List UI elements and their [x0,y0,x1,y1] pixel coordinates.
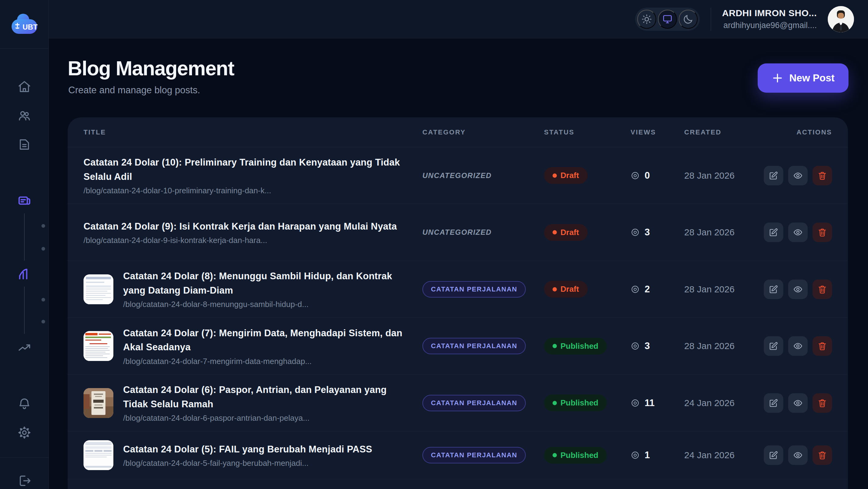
col-status: STATUS [544,128,630,136]
sun-icon [641,14,652,25]
views-count: 3 [645,340,650,352]
logout-icon [18,474,31,488]
delete-button[interactable] [812,393,832,413]
theme-system-button[interactable] [658,10,677,29]
status-dot [553,453,557,457]
delete-button[interactable] [812,446,832,465]
created-date: 28 Jan 2026 [684,171,764,181]
user-name: ARDHI IMRON SHO... [722,7,817,19]
trash-icon [817,227,827,237]
post-slug: /blog/catatan-24-dolar-7-mengirim-data-m… [123,357,410,366]
sidebar-item-settings[interactable] [14,423,34,442]
created-date: 24 Jan 2026 [684,450,764,460]
views-count: 3 [645,227,650,238]
queue-ticket-thumbnail [84,388,113,418]
table-row: Catatan 24 Dolar (9): Isi Kontrak Kerja … [68,204,848,261]
eye-icon [793,341,803,351]
status-badge: Draft [544,281,588,298]
edit-button[interactable] [764,166,783,185]
col-created: CREATED [684,128,764,136]
edit-button[interactable] [764,280,783,299]
post-thumbnail [84,274,113,304]
article-page-thumbnail [84,331,113,361]
edit-button[interactable] [764,393,783,413]
views-cell: 0 [630,170,684,181]
col-views: VIEWS [630,128,684,136]
status-badge: Draft [544,167,588,184]
delete-button[interactable] [812,280,832,299]
created-date: 24 Jan 2026 [684,398,764,408]
view-button[interactable] [788,166,808,185]
sidebar-item-blog[interactable] [14,191,34,210]
nav-tree-dot [41,224,45,228]
post-thumbnail [84,388,113,418]
moon-icon [683,14,694,25]
sidebar-item-home[interactable] [14,77,34,97]
post-title: Catatan 24 Dolar (10): Preliminary Train… [84,155,410,184]
table-header: TITLE CATEGORY STATUS VIEWS CREATED ACTI… [68,117,848,147]
sidebar-item-logout[interactable] [14,471,34,489]
eye-icon [630,285,640,294]
app-logo[interactable]: UBT [0,0,49,49]
sidebar-item-users[interactable] [14,106,34,126]
post-title: Catatan 24 Dolar (5): FAIL yang Berubah … [123,442,372,457]
post-slug: /blog/catatan-24-dolar-9-isi-kontrak-ker… [84,236,397,245]
trash-icon [817,450,827,460]
new-post-button[interactable]: New Post [758,63,848,93]
avatar-photo [828,6,854,32]
sidebar-item-documents[interactable] [14,135,34,154]
theme-dark-button[interactable] [679,10,698,29]
posts-table: TITLE CATEGORY STATUS VIEWS CREATED ACTI… [68,117,848,489]
edit-icon [769,341,778,351]
trash-icon [817,398,827,408]
edit-button[interactable] [764,446,783,465]
post-title: Catatan 24 Dolar (6): Paspor, Antrian, d… [123,383,410,411]
view-button[interactable] [788,393,808,413]
sidebar-item-analytics[interactable] [14,264,34,284]
col-actions: ACTIONS [764,128,832,136]
view-button[interactable] [788,446,808,465]
view-button[interactable] [788,222,808,242]
post-slug: /blog/catatan-24-dolar-10-preliminary-tr… [84,186,410,195]
view-button[interactable] [788,280,808,299]
eye-icon [630,398,640,407]
table-row: Catatan 24 Dolar (7): Mengirim Data, Men… [68,318,848,375]
delete-button[interactable] [812,222,832,242]
trending-up-icon [18,341,31,355]
view-button[interactable] [788,336,808,356]
avatar[interactable] [828,6,854,32]
delete-button[interactable] [812,336,832,356]
user-email: ardhihyunjae96@gmail.... [722,21,817,31]
eye-icon [793,171,803,181]
newspaper-icon [18,193,31,208]
views-count: 0 [645,170,650,181]
bell-icon [18,397,31,411]
status-dot [553,401,557,405]
edit-button[interactable] [764,222,783,242]
delete-button[interactable] [812,166,832,185]
trash-icon [817,341,827,351]
post-thumbnail [84,331,113,361]
status-dot [553,174,557,178]
edit-button[interactable] [764,336,783,356]
theme-light-button[interactable] [637,10,656,29]
table-row: Catatan 24 Dolar (10): Preliminary Train… [68,147,848,204]
views-cell: 3 [630,227,684,238]
home-icon [18,80,31,94]
users-icon [18,109,31,123]
sidebar-item-trending[interactable] [14,338,34,358]
created-date: 28 Jan 2026 [684,341,764,351]
page-subtitle: Create and manage blog posts. [68,85,200,96]
post-category: UNCATEGORIZED [423,171,492,180]
col-title: TITLE [84,128,423,136]
eye-icon [793,227,803,237]
eye-icon [630,171,640,180]
views-cell: 11 [630,398,684,408]
post-slug: /blog/catatan-24-dolar-5-fail-yang-berub… [123,459,372,468]
edit-icon [769,227,778,237]
sidebar-item-notifications[interactable] [14,394,34,414]
nav-tree-line [24,213,25,261]
post-category-badge: CATATAN PERJALANAN [423,395,526,411]
page-title: Blog Management [68,57,234,80]
topbar-divider [711,8,711,31]
